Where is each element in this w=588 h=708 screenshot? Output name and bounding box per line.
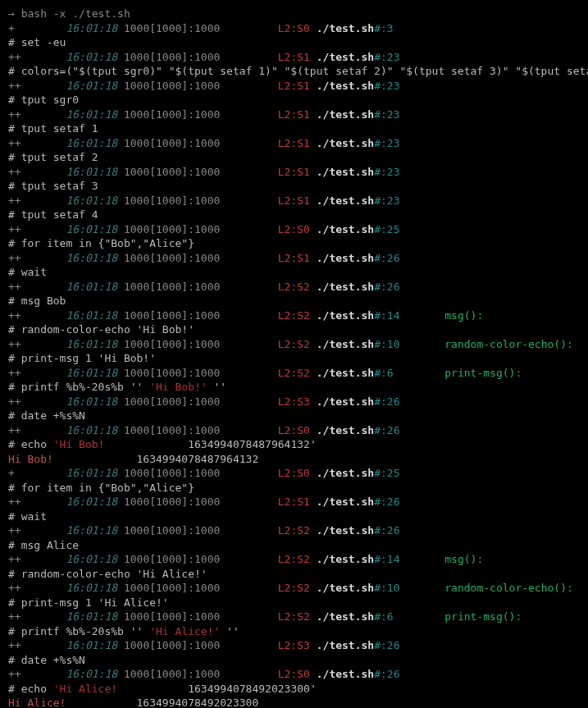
trace-depth: ++ <box>8 137 66 149</box>
terminal-line: # print-msg 1 'Hi Bob!' <box>8 351 580 366</box>
script-path: ./test.sh <box>317 367 374 379</box>
uid-gid: 1000[1000]:1000 <box>124 496 220 508</box>
timestamp: 16:01:18 <box>66 338 117 350</box>
level-indicator: L2:S3 <box>278 395 310 408</box>
level-indicator: L2:S0 <box>278 668 310 680</box>
trace-depth: ++ <box>8 281 66 293</box>
timestamp: 16:01:18 <box>66 639 117 651</box>
uid-gid: 1000[1000]:1000 <box>124 395 220 408</box>
terminal-line: # printf %b%-20s%b '' 'Hi Bob!' '' <box>8 380 580 395</box>
terminal-line: # printf %b%-20s%b '' 'Hi Alice!' '' <box>8 624 580 639</box>
terminal-line: ++ 16:01:18 1000[1000]:1000 L2:S1 ./test… <box>8 194 580 208</box>
timestamp: 16:01:18 <box>66 252 117 264</box>
trace-depth: + <box>8 22 66 34</box>
level-indicator: L2:S2 <box>278 338 310 350</box>
terminal-line: # date +%s%N <box>8 653 580 668</box>
terminal-line: ++ 16:01:18 1000[1000]:1000 L2:S2 ./test… <box>8 337 580 352</box>
trace-depth: ++ <box>8 108 66 121</box>
level-indicator: L2:S1 <box>278 137 310 149</box>
terminal-line: # for item in {"Bob","Alice"} <box>8 236 580 251</box>
uid-gid: 1000[1000]:1000 <box>124 553 220 565</box>
function-name: msg(): <box>444 553 483 565</box>
trace-depth: ++ <box>8 553 66 565</box>
script-path: ./test.sh <box>317 668 374 680</box>
timestamp: 16:01:18 <box>66 80 117 92</box>
timestamp: 16:01:18 <box>66 223 117 235</box>
level-indicator: L2:S1 <box>278 80 310 92</box>
trace-depth: ++ <box>8 610 66 623</box>
command: '' <box>207 381 226 393</box>
line-number: #:6 <box>374 610 393 623</box>
trace-depth: ++ <box>8 338 66 350</box>
terminal-line: # msg Alice <box>8 538 580 553</box>
timestamp: 16:01:18 <box>66 166 117 178</box>
trace-depth: ++ <box>8 424 66 436</box>
timestamp: 16:01:18 <box>66 496 117 508</box>
terminal-line: ++ 16:01:18 1000[1000]:1000 L2:S2 ./test… <box>8 581 580 596</box>
command: # print-msg 1 'Hi Bob!' <box>8 352 156 364</box>
command: # tput setaf 2 <box>8 151 98 163</box>
terminal-line: ++ 16:01:18 1000[1000]:1000 L2:S1 ./test… <box>8 136 580 151</box>
command: # random-color-echo 'Hi Bob!' <box>8 323 194 336</box>
command: # wait <box>8 510 47 523</box>
terminal-line: # for item in {"Bob","Alice"} <box>8 481 580 496</box>
terminal-line: ++ 16:01:18 1000[1000]:1000 L2:S1 ./test… <box>8 107 580 122</box>
terminal-line: Hi Bob! 1634994078487964132 <box>8 452 580 467</box>
function-name: print-msg(): <box>444 367 522 379</box>
terminal-line: ++ 16:01:18 1000[1000]:1000 L2:S3 ./test… <box>8 395 580 409</box>
line-number: #:14 <box>374 309 399 322</box>
terminal-line: # msg Bob <box>8 294 580 308</box>
script-path: ./test.sh <box>317 166 374 178</box>
line-number: #:26 <box>374 395 399 408</box>
trace-depth: ++ <box>8 367 66 379</box>
script-path: ./test.sh <box>317 22 374 34</box>
timestamp: 16:01:18 <box>66 524 117 537</box>
command: # tput setaf 1 <box>8 122 98 135</box>
output-message: Hi Bob! <box>8 453 53 465</box>
trace-depth: ++ <box>8 166 66 178</box>
terminal-line: # tput setaf 4 <box>8 208 580 222</box>
command: # tput setaf 3 <box>8 180 98 192</box>
terminal-line: # print-msg 1 'Hi Alice!' <box>8 596 580 610</box>
script-path: ./test.sh <box>317 309 374 322</box>
terminal-line: # echo 'Hi Alice! 1634994078492023300' <box>8 682 580 697</box>
timestamp: 16:01:18 <box>66 367 117 379</box>
terminal-line: ++ 16:01:18 1000[1000]:1000 L2:S0 ./test… <box>8 423 580 438</box>
script-path: ./test.sh <box>317 424 374 436</box>
command: # msg Bob <box>8 295 66 307</box>
level-indicator: L2:S1 <box>278 194 310 207</box>
timestamp: 16:01:18 <box>66 51 117 63</box>
level-indicator: L2:S2 <box>278 367 310 379</box>
line-number: #:3 <box>374 22 393 34</box>
uid-gid: 1000[1000]:1000 <box>124 22 220 34</box>
trace-depth: ++ <box>8 51 66 63</box>
string-literal: 'Hi Bob! <box>53 438 105 450</box>
line-number: #:26 <box>374 496 399 508</box>
terminal-line: ++ 16:01:18 1000[1000]:1000 L2:S2 ./test… <box>8 366 580 381</box>
timestamp: 16:01:18 <box>66 309 117 322</box>
command: # date +%s%N <box>8 654 85 666</box>
timestamp: 16:01:18 <box>66 395 117 408</box>
trace-depth: ++ <box>8 582 66 594</box>
line-number: #:23 <box>374 80 399 92</box>
level-indicator: L2:S0 <box>278 22 310 34</box>
uid-gid: 1000[1000]:1000 <box>124 424 220 436</box>
uid-gid: 1000[1000]:1000 <box>124 166 220 178</box>
level-indicator: L2:S1 <box>278 496 310 508</box>
command: 1634994078487964132' <box>104 438 316 450</box>
terminal-line: # random-color-echo 'Hi Bob!' <box>8 322 580 337</box>
terminal-line: # wait <box>8 265 580 280</box>
script-path: ./test.sh <box>317 524 374 537</box>
command: # wait <box>8 266 47 278</box>
uid-gid: 1000[1000]:1000 <box>124 108 220 121</box>
uid-gid: 1000[1000]:1000 <box>124 309 220 322</box>
string-literal: 'Hi Alice! <box>53 683 117 695</box>
uid-gid: 1000[1000]:1000 <box>124 610 220 623</box>
level-indicator: L2:S1 <box>278 108 310 121</box>
timestamp: 16:01:18 <box>66 553 117 565</box>
uid-gid: 1000[1000]:1000 <box>124 582 220 594</box>
level-indicator: L2:S0 <box>278 467 310 479</box>
uid-gid: 1000[1000]:1000 <box>124 51 220 63</box>
terminal-line: + 16:01:18 1000[1000]:1000 L2:S0 ./test.… <box>8 21 580 36</box>
command: '' <box>220 625 239 637</box>
